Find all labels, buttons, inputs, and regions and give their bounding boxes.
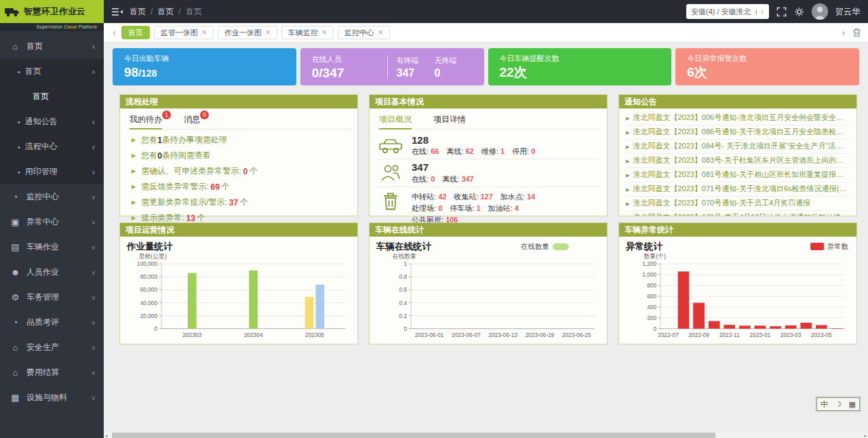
- x-tick-label: 2023-06-25: [562, 332, 591, 338]
- legend-swatch: [553, 243, 569, 250]
- card-vehicle-reminders: 今日车辆提醒次数 22次: [488, 48, 672, 85]
- process-item[interactable]: ▶需反馈类异常警示: 69 个: [127, 179, 351, 195]
- y-tick-label: 40,000: [140, 299, 158, 306]
- notice-item[interactable]: ▶淮北同盈文【2023】071号通知-关于淮北项目6s检查情况通报(2)(2): [626, 182, 850, 197]
- breadcrumb: 首页/首页/首页: [130, 6, 202, 18]
- arrow-right-icon: ▶: [626, 116, 629, 121]
- panel-title: 项目基本情况: [370, 95, 607, 108]
- sidebar-item-车辆作业[interactable]: ▤车辆作业∨: [0, 235, 104, 260]
- project-tab-项目详情[interactable]: 项目详情: [433, 114, 466, 125]
- chevron-down-icon: ∨: [91, 395, 96, 401]
- process-tab-消息[interactable]: 消息0: [184, 114, 200, 125]
- bullet-icon: •: [18, 168, 20, 176]
- bar: [678, 271, 690, 328]
- notice-item[interactable]: ▶淮北同盈文【2023】079号-关于4月17日油价上涨通知后加油情况通报: [626, 211, 850, 216]
- sidebar-item-安全生产[interactable]: ⌂安全生产∨: [0, 335, 104, 360]
- panel-project: 项目基本情况 项目概况项目详情: [369, 94, 608, 216]
- horizontal-scrollbar[interactable]: ◂ ▸: [104, 433, 868, 438]
- card-value: 22次: [500, 66, 660, 79]
- sidebar-item-home-leaf[interactable]: 首页: [0, 84, 104, 109]
- y-tick-label: 400: [647, 304, 656, 311]
- tab-车辆监控[interactable]: 车辆监控×: [281, 26, 334, 39]
- process-item[interactable]: ▶您有1条待办事项需处理: [127, 132, 351, 148]
- fullscreen-icon[interactable]: [776, 7, 787, 17]
- notice-item[interactable]: ▶淮北同盈文【2023】086号通知-关于淮北项目五月安全隐患检查情况通告: [626, 125, 850, 140]
- stat-label: 加水点:: [500, 193, 527, 201]
- region-select[interactable]: 安徽(4) / 安徽淮北（相... ∨: [686, 4, 769, 19]
- tabs-scroll-right-icon[interactable]: ›: [840, 28, 847, 37]
- sidebar-item-监控中心[interactable]: ◔监控中心∨: [0, 184, 104, 210]
- sidebar-menu: ⌂ 首页 ∧ • 首页 ∧ 首页 •通知公告∨•流程中心∨•用印管理∨ ◔监控中…: [0, 31, 104, 438]
- y-tick-label: 60,000: [140, 286, 158, 293]
- facility-stat-line: 处理场: 0停车场: 1加油站: 4: [412, 203, 542, 214]
- truck-logo-icon: [4, 6, 20, 18]
- process-item[interactable]: ▶需确认、可申述类异常警示: 0 个: [127, 163, 351, 179]
- scrollbar-thumb[interactable]: [112, 433, 715, 438]
- sidebar-item-异常中心[interactable]: ▣异常中心∨: [0, 210, 104, 235]
- notice-item[interactable]: ▶淮北同盈文【2023】083号-关于杜集区东片区主管酒后上岗的处罚通告: [626, 154, 850, 168]
- arrow-right-icon: ▶: [132, 199, 136, 205]
- close-all-tabs-button[interactable]: [852, 28, 861, 37]
- notice-item[interactable]: ▶淮北同盈文【2023】081号通知-关于相山区班长加班重复提报的通报: [626, 168, 850, 182]
- sidebar-item-通知公告[interactable]: •通知公告∨: [0, 109, 104, 134]
- sidebar-item-label: 首页: [25, 66, 41, 77]
- close-icon[interactable]: ×: [378, 28, 383, 37]
- sidebar-item-人员作业[interactable]: ☻人员作业∨: [0, 260, 104, 285]
- breadcrumb-item[interactable]: 首页: [157, 6, 174, 18]
- tab-监管一张图[interactable]: 监管一张图×: [154, 26, 214, 39]
- close-icon[interactable]: ×: [202, 28, 207, 37]
- avatar[interactable]: [812, 3, 828, 20]
- sidebar-item-费用结算[interactable]: ⌂费用结算∨: [0, 360, 104, 385]
- sidebar-item-品质考评[interactable]: ◔品质考评∨: [0, 310, 104, 335]
- card-abnormal-alarms: 今日异常报警次数 6次: [675, 48, 859, 85]
- open-tabs: 首页监管一张图×作业一张图×车辆监控×监控中心×: [121, 26, 390, 39]
- process-item[interactable]: ▶需更新类异常提示/警示: 37 个: [127, 195, 351, 210]
- sidebar-item-home-sub[interactable]: • 首页 ∧: [0, 59, 104, 84]
- chevron-down-icon: ∨: [91, 144, 96, 151]
- close-icon[interactable]: ×: [266, 28, 271, 37]
- sidebar-item-设施与物料[interactable]: ▦设施与物料∨: [0, 385, 104, 410]
- sidebar-item-流程中心[interactable]: •流程中心∨: [0, 134, 104, 159]
- x-tick-label: 202303: [182, 332, 201, 338]
- process-tab-我的待办[interactable]: 我的待办1: [130, 114, 162, 125]
- y-tick-label: 100,000: [137, 260, 157, 267]
- ime-moon-icon[interactable]: ☽: [835, 400, 842, 409]
- process-item-text: 13: [186, 214, 195, 223]
- notice-item[interactable]: ▶淮北同盈文【2023】006号通知-淮北项目五月安全例会暨安全生产月启动会…: [626, 111, 850, 125]
- notice-item[interactable]: ▶淮北同盈文【2023】070号通知-关于员工4月奖罚通报: [626, 197, 850, 211]
- stat-value: 42: [438, 193, 446, 201]
- scroll-right-arrow-icon[interactable]: ▸: [864, 433, 867, 438]
- ime-keyboard-icon[interactable]: ▦: [848, 400, 855, 409]
- sidebar-item-用印管理[interactable]: •用印管理∨: [0, 159, 104, 184]
- collapse-sidebar-icon[interactable]: [112, 7, 123, 16]
- people-icon: [378, 163, 403, 182]
- process-item[interactable]: ▶您有0条待阅需查看: [127, 148, 351, 163]
- input-method-toolbar[interactable]: 中☽▦: [816, 397, 860, 411]
- arrow-right-icon: ▶: [132, 215, 136, 221]
- notice-item[interactable]: ▶淮北同盈文【2023】084号- 关于淮北项目开展“安全生产月”活动的通知: [626, 140, 850, 154]
- ime-lang-key[interactable]: 中: [821, 399, 828, 410]
- tab-首页[interactable]: 首页: [121, 26, 150, 39]
- sidebar-item-车务管理[interactable]: ⚙车务管理∨: [0, 285, 104, 310]
- bar: [709, 321, 720, 329]
- stat-cards-row: 今日出勤车辆 98/128 在线人员 0/347 有终端347无终端0 今日车辆…: [113, 48, 859, 85]
- gear-icon[interactable]: [794, 7, 804, 17]
- tab-作业一张图[interactable]: 作业一张图×: [218, 26, 277, 39]
- tabs-scroll-left-icon[interactable]: ‹: [111, 28, 118, 37]
- tab-监控中心[interactable]: 监控中心×: [338, 26, 390, 39]
- process-item-text: 69: [211, 182, 220, 192]
- x-tick-label: 2022-09: [688, 332, 709, 338]
- sidebar-home-submenu: • 首页 ∧ 首页 •通知公告∨•流程中心∨•用印管理∨: [0, 59, 104, 184]
- close-icon[interactable]: ×: [322, 28, 327, 37]
- card-personnel-col: 有终端347: [397, 56, 435, 79]
- tab-bar-right: ›: [840, 28, 861, 37]
- breadcrumb-item[interactable]: 首页: [130, 6, 146, 18]
- project-tab-项目概况[interactable]: 项目概况: [379, 114, 412, 125]
- breadcrumb-item[interactable]: 首页: [186, 6, 202, 18]
- top-header: 首页/首页/首页 安徽(4) / 安徽淮北（相... ∨: [104, 0, 868, 23]
- sidebar-item-home[interactable]: ⌂ 首页 ∧: [0, 34, 104, 59]
- arrow-right-icon: ▶: [132, 184, 136, 190]
- arrow-right-icon: ▶: [626, 201, 629, 206]
- scroll-left-arrow-icon[interactable]: ◂: [105, 433, 108, 438]
- bar: [755, 325, 766, 328]
